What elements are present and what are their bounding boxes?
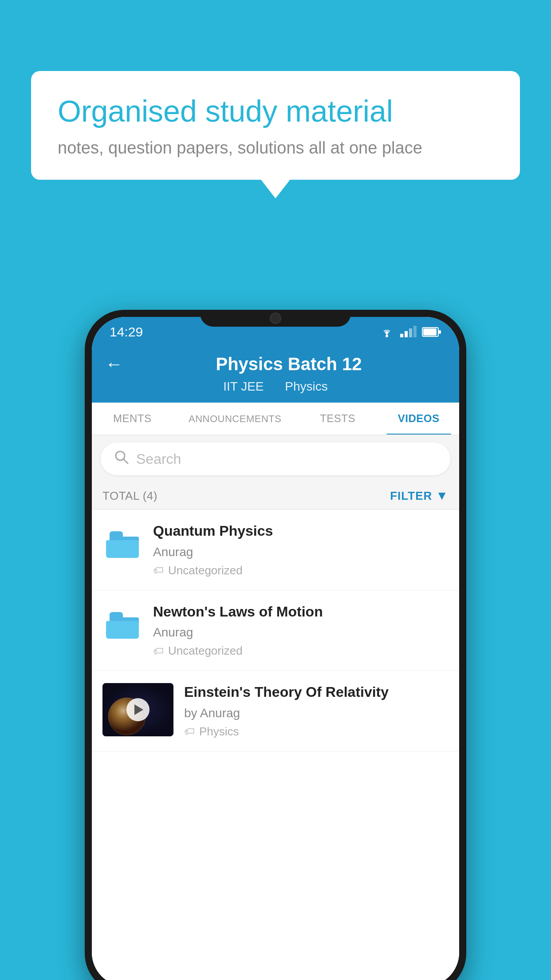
list-item[interactable]: Newton's Laws of Motion Anurag 🏷 Uncateg… [92,590,459,671]
folder-icon [106,531,139,558]
tab-announcements[interactable]: ANNOUNCEMENTS [173,403,297,435]
app-bar-subtitle: IIT JEE Physics [105,379,446,394]
folder-icon [106,612,139,639]
video-title: Einstein's Theory Of Relativity [184,683,449,702]
video-title: Quantum Physics [153,522,449,541]
video-author: Anurag [153,625,449,640]
signal-icon [400,327,417,337]
svg-line-5 [123,459,128,463]
play-button[interactable] [126,698,150,721]
filter-row: TOTAL (4) FILTER ▼ [92,482,459,510]
svg-rect-3 [423,328,437,336]
subtitle-physics: Physics [285,379,327,393]
video-author: by Anurag [184,706,449,720]
tab-videos[interactable]: VIDEOS [378,403,459,435]
play-triangle-icon [134,704,143,715]
video-author: Anurag [153,545,449,559]
subtitle-iitjee: IIT JEE [223,379,264,393]
tab-ments[interactable]: MENTS [92,403,173,435]
phone-frame: 14:29 [85,310,466,980]
tag-icon: 🏷 [153,645,164,657]
folder-icon-wrap [102,525,142,565]
phone-notch [200,310,351,327]
tag-label: Physics [199,725,239,739]
list-item[interactable]: Einstein's Theory Of Relativity by Anura… [92,671,459,751]
total-count: TOTAL (4) [102,489,157,503]
tag-icon: 🏷 [153,564,164,577]
video-info: Einstein's Theory Of Relativity by Anura… [184,683,449,739]
bubble-title: Organised study material [58,93,493,130]
status-icons [379,326,441,338]
video-tag: 🏷 Uncategorized [153,644,449,658]
video-tag: 🏷 Physics [184,725,449,739]
camera-notch [270,312,281,324]
svg-rect-2 [439,330,441,334]
status-time: 14:29 [110,324,143,340]
video-title: Newton's Laws of Motion [153,603,449,621]
video-info: Newton's Laws of Motion Anurag 🏷 Uncateg… [153,603,449,658]
filter-button[interactable]: FILTER ▼ [390,489,449,503]
svg-point-0 [386,335,388,337]
tag-icon: 🏷 [184,725,195,738]
video-tag: 🏷 Uncategorized [153,564,449,577]
bubble-subtitle: notes, question papers, solutions all at… [58,138,493,158]
video-info: Quantum Physics Anurag 🏷 Uncategorized [153,522,449,577]
folder-icon-wrap [102,605,142,645]
thumbnail-image [102,683,173,736]
phone-screen: 14:29 [92,317,459,980]
video-list: Quantum Physics Anurag 🏷 Uncategorized [92,510,459,980]
app-bar-top: ← Physics Batch 12 [105,354,446,374]
battery-icon [422,327,441,337]
wifi-icon [379,326,395,338]
tag-label: Uncategorized [168,564,243,577]
search-bar[interactable]: Search [101,443,450,475]
filter-label: FILTER [390,489,432,503]
tab-tests[interactable]: TESTS [297,403,378,435]
back-button[interactable]: ← [105,354,123,374]
tabs-bar: MENTS ANNOUNCEMENTS TESTS VIDEOS [92,403,459,435]
list-item[interactable]: Quantum Physics Anurag 🏷 Uncategorized [92,510,459,590]
search-placeholder[interactable]: Search [136,451,181,467]
app-bar-title: Physics Batch 12 [132,354,446,374]
search-icon [114,450,129,468]
app-bar: ← Physics Batch 12 IIT JEE Physics [92,347,459,403]
tag-label: Uncategorized [168,644,243,658]
video-thumbnail [102,683,173,736]
speech-bubble: Organised study material notes, question… [31,71,520,180]
speech-bubble-wrapper: Organised study material notes, question… [31,71,520,180]
search-bar-wrap: Search [92,435,459,482]
filter-icon: ▼ [436,489,449,503]
